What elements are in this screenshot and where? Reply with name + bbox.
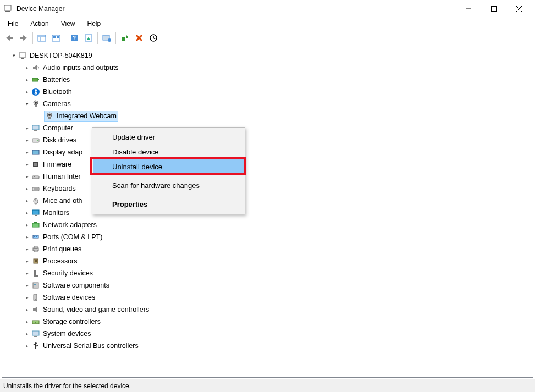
tree-node-security[interactable]: ▸ Security devices	[4, 267, 533, 279]
scan-button[interactable]	[100, 31, 113, 45]
status-text: Uninstalls the driver for the selected d…	[3, 382, 131, 390]
chevron-right-icon[interactable]: ▸	[23, 283, 31, 288]
svg-rect-1	[5, 11, 10, 12]
tree-node-bluetooth[interactable]: ▸ Bluetooth	[4, 86, 533, 98]
tree-node-disk[interactable]: ▸ Disk drives	[4, 134, 533, 146]
chevron-right-icon[interactable]: ▸	[23, 211, 31, 216]
properties-button[interactable]	[82, 31, 95, 45]
tree-node-label: Disk drives	[43, 136, 76, 144]
battery-icon	[31, 75, 41, 84]
chevron-down-icon[interactable]: ▾	[10, 53, 18, 58]
ctx-scan-hardware[interactable]: Scan for hardware changes	[93, 178, 244, 193]
chevron-down-icon[interactable]: ▾	[23, 102, 31, 107]
tree-node-label: Cameras	[43, 100, 71, 108]
ctx-uninstall-device[interactable]: Uninstall device	[93, 159, 244, 174]
tree-node-label: Universal Serial Bus controllers	[43, 342, 139, 350]
system-icon	[31, 329, 41, 338]
chevron-right-icon[interactable]: ▸	[23, 126, 31, 131]
chevron-right-icon[interactable]: ▸	[23, 65, 31, 70]
tree-root[interactable]: ▾ DESKTOP-504K819	[4, 49, 533, 62]
svg-rect-38	[34, 130, 37, 131]
ctx-disable-device[interactable]: Disable device	[93, 145, 244, 159]
tree-node-monitors[interactable]: ▸ Monitors	[4, 207, 533, 219]
menu-help[interactable]: Help	[82, 19, 107, 29]
forward-button[interactable]	[17, 31, 30, 45]
chevron-right-icon[interactable]: ▸	[23, 90, 31, 95]
chevron-right-icon[interactable]: ▸	[23, 174, 31, 179]
tree-node-label: Human Inter	[43, 173, 81, 180]
tree-node-computer[interactable]: ▸ Computer	[4, 122, 533, 134]
tree-node-ports[interactable]: ▸ Ports (COM & LPT)	[4, 231, 533, 243]
tree-node-display[interactable]: ▸ Display adap	[4, 146, 533, 158]
minimize-button[interactable]	[456, 1, 481, 17]
tree-node-system[interactable]: ▸ System devices	[4, 328, 533, 340]
chevron-right-icon[interactable]: ▸	[23, 332, 31, 336]
tree-node-sound[interactable]: ▸ Sound, video and game controllers	[4, 303, 533, 316]
chevron-right-icon[interactable]: ▸	[23, 162, 31, 167]
tree-node-batteries[interactable]: ▸ Batteries	[4, 74, 533, 86]
tree-node-processors[interactable]: ▸ Processors	[4, 255, 533, 267]
chevron-right-icon[interactable]: ▸	[23, 78, 31, 82]
chevron-right-icon[interactable]: ▸	[23, 344, 31, 349]
disable-button[interactable]	[147, 31, 160, 45]
menu-file[interactable]: File	[2, 19, 24, 29]
close-button[interactable]	[506, 1, 532, 17]
tree-node-label: Print queues	[43, 245, 81, 253]
svg-point-57	[36, 236, 37, 237]
svg-rect-8	[10, 37, 13, 39]
chevron-right-icon[interactable]: ▸	[23, 150, 31, 155]
tree-node-keyboards[interactable]: ▸ Keyboards	[4, 183, 533, 195]
chevron-right-icon[interactable]: ▸	[23, 307, 31, 312]
svg-rect-45	[34, 176, 35, 177]
chevron-right-icon[interactable]: ▸	[23, 247, 31, 252]
view-button[interactable]	[49, 31, 63, 45]
svg-point-70	[35, 322, 36, 323]
back-button[interactable]	[3, 31, 16, 45]
keyboard-icon	[31, 184, 41, 193]
chevron-right-icon[interactable]: ▸	[23, 138, 31, 143]
tree-node-hid[interactable]: ▸ Human Inter	[4, 170, 533, 183]
chevron-right-icon[interactable]: ▸	[23, 198, 31, 203]
chevron-right-icon[interactable]: ▸	[23, 295, 31, 300]
chevron-right-icon[interactable]: ▸	[23, 319, 31, 324]
svg-rect-3	[5, 8, 9, 8]
printer-icon	[31, 245, 41, 253]
ctx-properties[interactable]: Properties	[93, 197, 244, 212]
menu-view[interactable]: View	[56, 19, 81, 29]
titlebar: Device Manager	[0, 0, 535, 18]
ctx-update-driver[interactable]: Update driver	[93, 130, 244, 145]
tree-node-printqueues[interactable]: ▸ Print queues	[4, 243, 533, 255]
tree-node-integrated-webcam[interactable]: Integrated Webcam	[4, 110, 533, 122]
chevron-right-icon[interactable]: ▸	[23, 223, 31, 228]
svg-rect-51	[32, 210, 39, 214]
chevron-right-icon[interactable]: ▸	[23, 271, 31, 276]
storage-icon	[31, 317, 41, 326]
computer-icon	[18, 51, 27, 60]
chevron-right-icon[interactable]: ▸	[23, 259, 31, 264]
menu-action[interactable]: Action	[25, 19, 54, 29]
update-driver-button[interactable]	[118, 31, 131, 45]
tree-node-cameras[interactable]: ▾ Cameras	[4, 98, 533, 110]
help-button[interactable]: ?	[68, 31, 81, 45]
tree-node-software-devices[interactable]: ▸ Software devices	[4, 291, 533, 303]
menubar: File Action View Help	[0, 18, 535, 30]
uninstall-button[interactable]	[133, 31, 146, 45]
chevron-right-icon[interactable]: ▸	[23, 186, 31, 191]
tree-node-label: Computer	[43, 124, 73, 132]
show-hidden-button[interactable]	[35, 31, 48, 45]
ports-icon	[31, 233, 41, 241]
tree-node-software-components[interactable]: ▸ Software components	[4, 279, 533, 291]
tree-node-firmware[interactable]: ▸ Firmware	[4, 158, 533, 170]
maximize-button[interactable]	[481, 1, 506, 17]
chevron-right-icon[interactable]: ▸	[23, 235, 31, 240]
tree-node-label: Monitors	[43, 209, 69, 217]
svg-rect-27	[21, 58, 24, 59]
tree-node-storage[interactable]: ▸ Storage controllers	[4, 316, 533, 328]
tree-node-usb[interactable]: ▸ Universal Serial Bus controllers	[4, 340, 533, 352]
tree-node-network[interactable]: ▸ Network adapters	[4, 219, 533, 231]
window-controls	[456, 1, 532, 17]
tree-node-audio[interactable]: ▸ Audio inputs and outputs	[4, 62, 533, 74]
svg-point-40	[37, 140, 38, 141]
svg-rect-46	[32, 187, 39, 191]
tree-node-mice[interactable]: ▸ Mice and oth	[4, 195, 533, 207]
